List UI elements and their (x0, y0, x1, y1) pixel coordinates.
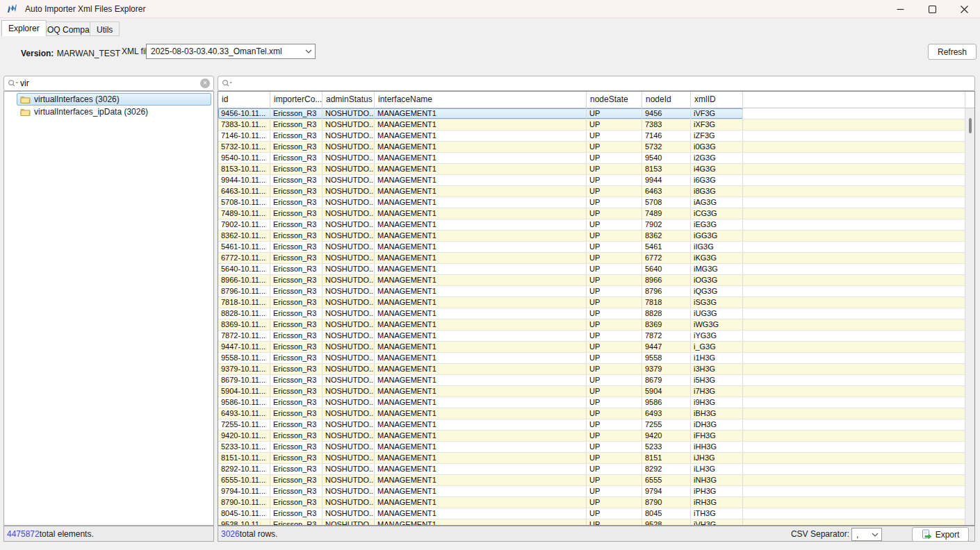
cell-adminstatus: NOSHUTDO... (322, 331, 375, 341)
cell-importercode: Ericsson_R3 (270, 353, 322, 363)
cell-nodestate: UP (587, 153, 642, 163)
table-row[interactable]: 8151-10.11... Ericsson_R3 NOSHUTDO... MA… (218, 453, 965, 464)
table-row[interactable]: 7818-10.11... Ericsson_R3 NOSHUTDO... MA… (218, 297, 965, 308)
table-row[interactable]: 6493-10.11... Ericsson_R3 NOSHUTDO... MA… (218, 408, 965, 419)
table-row[interactable]: 7872-10.11... Ericsson_R3 NOSHUTDO... MA… (218, 331, 965, 342)
tab-explorer[interactable]: Explorer (1, 20, 47, 36)
table-row-cells: 9379-10.11... Ericsson_R3 NOSHUTDO... MA… (218, 364, 743, 374)
cell-nodestate: UP (587, 419, 642, 430)
table-row-cells: 9540-10.11... Ericsson_R3 NOSHUTDO... MA… (218, 153, 743, 163)
tab-utils[interactable]: Utils (90, 22, 120, 36)
cell-nodeid: 7146 (642, 131, 691, 141)
refresh-button[interactable]: Refresh (928, 44, 977, 60)
clear-search-icon[interactable]: × (200, 78, 210, 88)
table-row[interactable]: 9794-10.11... Ericsson_R3 NOSHUTDO... MA… (218, 486, 965, 497)
scrollbar-track[interactable] (965, 108, 974, 525)
table-row[interactable]: 9420-10.11... Ericsson_R3 NOSHUTDO... MA… (218, 431, 965, 442)
cell-filler (743, 253, 965, 263)
table-row[interactable]: 7255-10.11... Ericsson_R3 NOSHUTDO... MA… (218, 419, 965, 431)
cell-nodestate: UP (587, 375, 642, 385)
table-row[interactable]: 7489-10.11... Ericsson_R3 NOSHUTDO... MA… (218, 208, 965, 219)
table-row[interactable]: 8153-10.11... Ericsson_R3 NOSHUTDO... MA… (218, 164, 965, 175)
table-row[interactable]: 5461-10.11... Ericsson_R3 NOSHUTDO... MA… (218, 242, 965, 253)
export-button[interactable]: Export (912, 527, 969, 542)
table-row[interactable]: 8362-10.11... Ericsson_R3 NOSHUTDO... MA… (218, 231, 965, 242)
table-row[interactable]: 8369-10.11... Ericsson_R3 NOSHUTDO... MA… (218, 319, 965, 331)
table-row[interactable]: 8292-10.11... Ericsson_R3 NOSHUTDO... MA… (218, 464, 965, 475)
table-row[interactable]: 8679-10.11... Ericsson_R3 NOSHUTDO... MA… (218, 375, 965, 386)
table-row[interactable]: 9586-10.11... Ericsson_R3 NOSHUTDO... MA… (218, 397, 965, 408)
column-header-nodeid[interactable]: nodeId (642, 92, 691, 108)
column-header-id[interactable]: id (218, 92, 270, 108)
table-row-cells: 8966-10.11... Ericsson_R3 NOSHUTDO... MA… (218, 275, 743, 285)
table-row[interactable]: 5904-10.11... Ericsson_R3 NOSHUTDO... MA… (218, 386, 965, 397)
table-row[interactable]: 9528-10.11... Ericsson_R3 NOSHUTDO... MA… (218, 519, 965, 525)
table-row[interactable]: 8045-10.11... Ericsson_R3 NOSHUTDO... MA… (218, 508, 965, 519)
cell-id: 8151-10.11... (218, 453, 270, 463)
table-row[interactable]: 5732-10.11... Ericsson_R3 NOSHUTDO... MA… (218, 142, 965, 153)
cell-interfacename: MANAGEMENT1 (375, 231, 587, 241)
table-row[interactable]: 7902-10.11... Ericsson_R3 NOSHUTDO... MA… (218, 219, 965, 231)
xml-file-select[interactable]: 2025-08-03-03.40.33_OmanTel.xml (146, 44, 316, 59)
app-icon (6, 3, 18, 15)
table-row[interactable]: 8796-10.11... Ericsson_R3 NOSHUTDO... MA… (218, 286, 965, 297)
cell-id: 9540-10.11... (218, 153, 270, 163)
table-row[interactable]: 9944-10.11... Ericsson_R3 NOSHUTDO... MA… (218, 175, 965, 186)
column-header-interfacename[interactable]: interfaceName (375, 92, 587, 108)
cell-interfacename: MANAGEMENT1 (375, 386, 587, 397)
cell-filler (743, 286, 965, 297)
table-row[interactable]: 6555-10.11... Ericsson_R3 NOSHUTDO... MA… (218, 475, 965, 486)
close-icon (961, 6, 968, 13)
table-row[interactable]: 9558-10.11... Ericsson_R3 NOSHUTDO... MA… (218, 353, 965, 364)
cell-xmlid: i8G3G (691, 186, 743, 197)
cell-filler (743, 142, 965, 152)
cell-xmlid: iCG3G (691, 208, 743, 219)
scrollbar-thumb[interactable] (969, 118, 972, 133)
cell-adminstatus: NOSHUTDO... (322, 164, 375, 174)
cell-interfacename: MANAGEMENT1 (375, 442, 587, 452)
vertical-scrollbar[interactable] (965, 92, 974, 525)
cell-adminstatus: NOSHUTDO... (322, 319, 375, 330)
cell-interfacename: MANAGEMENT1 (375, 475, 587, 485)
table-row[interactable]: 9379-10.11... Ericsson_R3 NOSHUTDO... MA… (218, 364, 965, 375)
table-search-input[interactable] (234, 77, 974, 90)
table-row-cells: 5732-10.11... Ericsson_R3 NOSHUTDO... MA… (218, 142, 743, 152)
table-row[interactable]: 5233-10.11... Ericsson_R3 NOSHUTDO... MA… (218, 442, 965, 453)
table-row[interactable]: 8828-10.11... Ericsson_R3 NOSHUTDO... MA… (218, 308, 965, 319)
table-row[interactable]: 7146-10.11... Ericsson_R3 NOSHUTDO... MA… (218, 131, 965, 142)
table-row[interactable]: 8790-10.11... Ericsson_R3 NOSHUTDO... MA… (218, 497, 965, 508)
cell-interfacename: MANAGEMENT1 (375, 308, 587, 319)
maximize-button[interactable] (916, 0, 948, 18)
table-row[interactable]: 6463-10.11... Ericsson_R3 NOSHUTDO... MA… (218, 186, 965, 197)
cell-filler (743, 386, 965, 397)
table-row[interactable]: 5640-10.11... Ericsson_R3 NOSHUTDO... MA… (218, 264, 965, 275)
table-row[interactable]: 7383-10.11... Ericsson_R3 NOSHUTDO... MA… (218, 119, 965, 131)
table-row[interactable]: 5708-10.11... Ericsson_R3 NOSHUTDO... MA… (218, 197, 965, 208)
table-row-cells: 9586-10.11... Ericsson_R3 NOSHUTDO... MA… (218, 397, 743, 408)
total-rows-count: 3026 (221, 529, 240, 539)
tree-item-virtualinterfaces-ipdata[interactable]: virtualInterfaces_ipData (3026) (17, 106, 211, 118)
cell-adminstatus: NOSHUTDO... (322, 297, 375, 308)
column-header-importercode[interactable]: importerCo... (270, 92, 322, 108)
table-row-cells: 7872-10.11... Ericsson_R3 NOSHUTDO... MA… (218, 331, 743, 341)
column-header-xmlid[interactable]: xmlID (691, 92, 743, 108)
cell-adminstatus: NOSHUTDO... (322, 275, 375, 285)
table-row-cells: 7902-10.11... Ericsson_R3 NOSHUTDO... MA… (218, 219, 743, 230)
close-button[interactable] (948, 0, 980, 18)
table-row[interactable]: 9540-10.11... Ericsson_R3 NOSHUTDO... MA… (218, 153, 965, 164)
cell-xmlid: iQG3G (691, 286, 743, 297)
column-header-adminstatus[interactable]: adminStatus (322, 92, 375, 108)
table-row[interactable]: 9456-10.11... Ericsson_R3 NOSHUTDO... MA… (218, 108, 965, 119)
table-row[interactable]: 8966-10.11... Ericsson_R3 NOSHUTDO... MA… (218, 275, 965, 286)
column-header-nodestate[interactable]: nodeState (587, 92, 642, 108)
table-row[interactable]: 6772-10.11... Ericsson_R3 NOSHUTDO... MA… (218, 253, 965, 264)
csv-separator-select[interactable]: , (851, 528, 882, 541)
minimize-button[interactable] (884, 0, 916, 18)
tree-search-input[interactable] (20, 77, 200, 90)
cell-xmlid: iXF3G (691, 119, 743, 130)
cell-adminstatus: NOSHUTDO... (322, 231, 375, 241)
tree-item-virtualinterfaces[interactable]: virtualInterfaces (3026) (17, 93, 211, 106)
cell-nodeid: 9447 (642, 342, 691, 352)
table-row[interactable]: 9447-10.11... Ericsson_R3 NOSHUTDO... MA… (218, 342, 965, 353)
cell-nodestate: UP (587, 331, 642, 341)
